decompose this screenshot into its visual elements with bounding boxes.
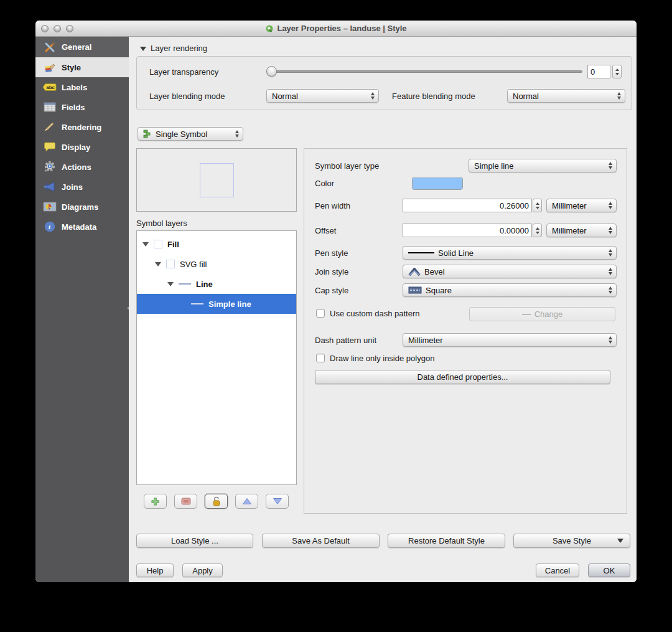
save-style-label: Save Style <box>553 536 591 545</box>
transparency-stepper[interactable] <box>612 65 622 78</box>
dash-pattern-icon <box>522 314 531 315</box>
minus-icon <box>181 498 191 505</box>
sidebar-item-style[interactable]: Style <box>35 57 129 77</box>
help-button[interactable]: Help <box>136 564 174 577</box>
select-arrows-icon <box>606 227 614 234</box>
slider-track[interactable] <box>266 70 582 73</box>
data-defined-properties-button[interactable]: Data defined properties... <box>315 370 610 384</box>
tools-icon <box>43 41 57 54</box>
tree-row-line[interactable]: Line <box>137 274 296 294</box>
lock-color-button[interactable] <box>205 494 228 509</box>
pen-width-label: Pen width <box>315 201 350 210</box>
layer-rendering-header[interactable]: Layer rendering <box>140 44 207 53</box>
pen-width-input[interactable] <box>403 199 532 212</box>
sidebar-item-fields[interactable]: Fields <box>35 97 129 117</box>
offset-stepper[interactable] <box>533 224 542 237</box>
move-layer-down-button[interactable] <box>266 494 289 509</box>
title-bar[interactable]: Layer Properties – landuse | Style <box>35 21 637 37</box>
dash-pattern-unit-label: Dash pattern unit <box>315 336 376 345</box>
join-style-select[interactable]: Bevel <box>403 265 617 278</box>
offset-unit-value: Millimeter <box>552 226 587 235</box>
sidebar-item-display[interactable]: Display <box>35 137 129 157</box>
load-style-label: Load Style ... <box>171 536 218 545</box>
pen-width-unit-value: Millimeter <box>552 201 587 210</box>
feature-blending-select[interactable]: Normal <box>507 89 625 103</box>
svg-text:abc: abc <box>47 85 55 90</box>
sidebar-item-joins[interactable]: Joins <box>35 177 129 197</box>
dash-pattern-unit-select[interactable]: Millimeter <box>403 333 617 347</box>
tree-row-simple-line[interactable]: Simple line <box>137 294 296 314</box>
tree-row-fill[interactable]: Fill <box>137 234 296 254</box>
change-dash-button[interactable]: Change <box>469 307 615 321</box>
layer-blending-value: Normal <box>272 92 298 101</box>
change-button-label: Change <box>534 309 563 319</box>
symbol-layer-type-value: Simple line <box>474 161 514 171</box>
pen-width-unit-select[interactable]: Millimeter <box>546 199 617 212</box>
select-arrows-icon <box>615 92 623 100</box>
diagram-icon <box>43 200 57 213</box>
cancel-button[interactable]: Cancel <box>536 564 579 577</box>
offset-unit-select[interactable]: Millimeter <box>546 224 617 237</box>
save-as-default-button[interactable]: Save As Default <box>262 534 380 548</box>
fill-swatch-icon <box>154 240 162 248</box>
sidebar-item-label: Labels <box>62 83 87 92</box>
renderer-select[interactable]: Single Symbol <box>138 127 243 141</box>
move-layer-up-button[interactable] <box>235 494 258 509</box>
offset-input[interactable] <box>403 224 532 237</box>
save-style-button[interactable]: Save Style <box>513 534 630 548</box>
use-custom-dash-checkbox[interactable] <box>316 309 325 318</box>
window-title-text: Layer Properties – landuse | Style <box>277 24 406 33</box>
select-arrows-icon <box>606 162 614 169</box>
zoom-window-button[interactable] <box>66 25 73 32</box>
select-arrows-icon <box>606 202 614 209</box>
save-as-default-label: Save As Default <box>292 536 350 545</box>
layer-blending-select[interactable]: Normal <box>266 89 379 103</box>
sidebar-item-label: Style <box>62 63 81 72</box>
sidebar-item-labels[interactable]: abc Labels <box>35 77 129 97</box>
sidebar-item-metadata[interactable]: i Metadata <box>35 217 129 237</box>
load-style-button[interactable]: Load Style ... <box>136 534 253 548</box>
draw-inside-polygon-checkbox[interactable] <box>316 354 325 362</box>
minimize-window-button[interactable] <box>54 25 61 32</box>
select-arrows-icon <box>233 130 241 138</box>
sidebar-item-general[interactable]: General <box>35 37 129 57</box>
expand-triangle-icon[interactable] <box>167 282 174 286</box>
qgis-icon <box>265 24 274 33</box>
symbol-layer-type-select[interactable]: Simple line <box>469 159 617 172</box>
select-arrows-icon <box>606 286 614 294</box>
sidebar-item-diagrams[interactable]: Diagrams <box>35 197 129 217</box>
restore-default-style-label: Restore Default Style <box>408 536 485 545</box>
symbol-layers-tree: Fill SVG fill Line Simple line <box>136 230 297 485</box>
remove-symbol-layer-button[interactable] <box>174 494 197 509</box>
transparency-value-input[interactable] <box>587 65 610 78</box>
feature-blending-value: Normal <box>513 92 539 101</box>
use-custom-dash-label: Use custom dash pattern <box>330 309 420 318</box>
tree-row-svg-fill[interactable]: SVG fill <box>137 254 296 274</box>
single-symbol-icon <box>143 130 152 138</box>
slider-thumb[interactable] <box>266 66 277 77</box>
cap-style-value: Square <box>426 286 452 295</box>
close-window-button[interactable] <box>41 25 49 32</box>
offset-label: Offset <box>315 226 336 235</box>
layer-transparency-slider[interactable] <box>266 66 582 77</box>
sidebar-item-label: Diagrams <box>62 202 98 212</box>
restore-default-style-button[interactable]: Restore Default Style <box>388 534 505 548</box>
add-symbol-layer-button[interactable] <box>144 494 167 509</box>
apply-button[interactable]: Apply <box>182 564 223 577</box>
pen-width-stepper[interactable] <box>533 199 542 212</box>
sidebar-item-actions[interactable]: Actions <box>35 157 129 177</box>
cancel-label: Cancel <box>545 566 570 575</box>
join-style-label: Join style <box>315 267 348 276</box>
tree-row-label: Line <box>196 280 213 289</box>
color-swatch[interactable] <box>412 177 463 190</box>
expand-triangle-icon[interactable] <box>155 262 161 266</box>
pen-style-select[interactable]: Solid Line <box>403 246 617 260</box>
expand-triangle-icon[interactable] <box>142 242 149 247</box>
cap-style-select[interactable]: Square <box>403 283 617 297</box>
cap-style-label: Cap style <box>315 286 348 295</box>
help-label: Help <box>147 566 164 575</box>
symbol-layers-label: Symbol layers <box>136 219 187 228</box>
sidebar-item-rendering[interactable]: Rendering <box>35 117 129 137</box>
ok-button[interactable]: OK <box>588 564 630 577</box>
abc-label-icon: abc <box>43 81 57 93</box>
